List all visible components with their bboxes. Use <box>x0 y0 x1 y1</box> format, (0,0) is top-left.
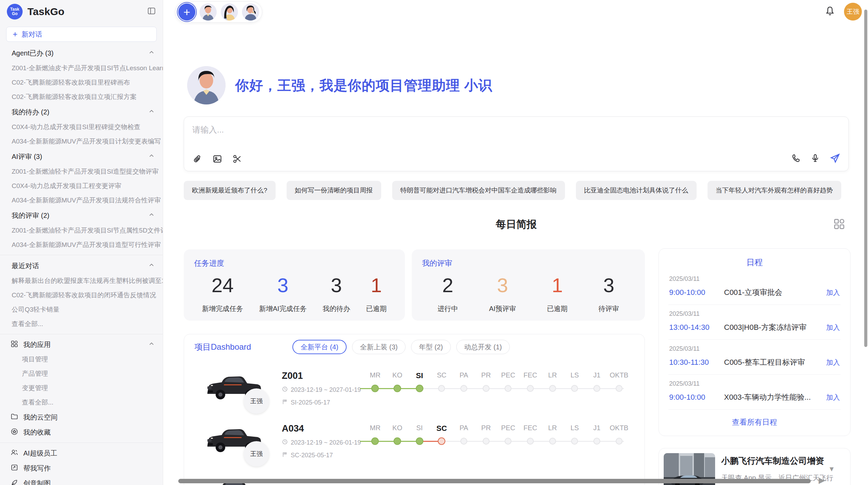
chevron-up-icon[interactable] <box>148 108 155 116</box>
suggestion-chip[interactable]: 如何写一份清晰的项目周报 <box>287 181 381 200</box>
suggestion-chip[interactable]: 特朗普可能对进口汽车增税会对中国车企造成哪些影响 <box>392 181 565 200</box>
plus-icon: + <box>13 29 17 39</box>
vertical-scrollbar[interactable] <box>864 10 867 347</box>
milestone-dot <box>371 385 379 392</box>
milestone-dot <box>527 385 534 392</box>
milestone-label-current: SI <box>416 371 423 381</box>
attachment-icon[interactable] <box>192 154 203 165</box>
bell-icon[interactable] <box>824 5 836 18</box>
chevron-up-icon[interactable] <box>148 153 155 161</box>
phone-icon[interactable] <box>791 153 801 165</box>
milestone-dot <box>394 437 401 445</box>
message-input[interactable] <box>192 123 840 137</box>
list-item[interactable]: 解释最新出台的欧盟报废车法规再生塑料比例被调至15%... <box>0 274 163 288</box>
avatar[interactable] <box>200 3 217 21</box>
join-link[interactable]: 加入 <box>826 358 840 367</box>
suggestion-chips: 欧洲新规最近颁布了什么? 如何写一份清晰的项目周报 特朗普可能对进口汽车增税会对… <box>184 181 851 200</box>
list-item[interactable]: C0X4-动力总成开发项目SI里程碑提交物检查 <box>0 120 163 134</box>
send-icon[interactable] <box>829 152 841 165</box>
list-item[interactable]: A034-全新新能源MUV产品开发项目法规符合性评审 <box>0 193 163 208</box>
scroll-down-icon[interactable]: ▼ <box>828 465 835 473</box>
layout-grid-icon[interactable] <box>832 217 846 232</box>
sidebar-item-my-apps[interactable]: 我的应用 <box>0 337 163 352</box>
view-all-link[interactable]: 查看全部... <box>0 317 163 331</box>
flag-icon <box>282 399 288 407</box>
view-all-schedule-link[interactable]: 查看所有日程 <box>659 410 850 436</box>
microphone-icon[interactable] <box>810 153 820 165</box>
schedule-time: 9:00-10:00 <box>669 393 724 402</box>
avatar[interactable] <box>242 3 259 21</box>
milestone-dot <box>616 438 623 445</box>
user-avatar[interactable]: 王强 <box>844 3 862 21</box>
pen-nib-icon <box>10 478 19 485</box>
chevron-up-icon[interactable] <box>148 262 155 270</box>
sidebar: Task Go TaskGo + 新对话 Agent已办 (3) Z001-全新… <box>0 0 163 485</box>
section-my-review[interactable]: 我的评审 (2) <box>0 208 163 223</box>
schedule-date: 2025/03/11 <box>669 275 840 283</box>
sidebar-item-ai-staff[interactable]: AI超级员工 <box>0 446 163 461</box>
list-item[interactable]: 公司Q3轻卡销量 <box>0 302 163 317</box>
list-item[interactable]: A034-全新新能源MUV产品开发项目计划变更表编写 <box>0 134 163 149</box>
project-row[interactable]: 王强 A034 2023-12-19 ~ 2026-01-19 <box>194 423 634 467</box>
section-ai-review[interactable]: AI评审 (3) <box>0 149 163 164</box>
section-recent-chats[interactable]: 最近对话 <box>0 258 163 274</box>
list-item[interactable]: C02-飞腾新能源轻客改款项目里程碑画布 <box>0 75 163 90</box>
stat-ai-prereview: 3 AI预评审 <box>489 273 516 313</box>
suggestion-chip[interactable]: 当下年轻人对汽车外观有怎样的喜好趋势 <box>708 181 841 200</box>
horizontal-scrollbar[interactable] <box>178 479 811 483</box>
star-badge-icon <box>10 427 19 437</box>
chevron-up-icon[interactable] <box>148 341 155 349</box>
sidebar-item-help-write[interactable]: 帮我写作 <box>0 461 163 476</box>
view-all-link[interactable]: 查看全部... <box>0 395 163 410</box>
milestone-label: FEC <box>523 424 537 434</box>
milestone-label: PEC <box>501 424 515 434</box>
tab-powertrain[interactable]: 动总开发 (1) <box>456 340 510 354</box>
tab-model-year[interactable]: 年型 (2) <box>411 340 451 354</box>
stat-value: 3 <box>489 273 516 297</box>
list-item[interactable]: C0X4-动力总成开发项目工程变更评审 <box>0 179 163 193</box>
sidebar-item-cloud-space[interactable]: 我的云空间 <box>0 410 163 425</box>
sidebar-item-change-mgmt[interactable]: 变更管理 <box>0 381 163 395</box>
project-row[interactable]: 王强 Z001 2023-12-19 ~ 2027-01-19 <box>194 370 634 414</box>
section-agent-done[interactable]: Agent已办 (3) <box>0 45 163 61</box>
stat-value: 24 <box>202 273 243 297</box>
sidebar-item-product-mgmt[interactable]: 产品管理 <box>0 366 163 381</box>
milestone-label: J1 <box>593 371 600 381</box>
project-name: Z001 <box>282 371 362 381</box>
sidebar-item-favorites[interactable]: 我的收藏 <box>0 425 163 440</box>
list-item[interactable]: Z001-全新燃油轻卡产品开发项目SI造型提交物评审 <box>0 164 163 179</box>
section-title: 最近对话 <box>12 261 148 271</box>
list-item[interactable]: C02-飞腾新能源轻客改款项目立项汇报方案 <box>0 90 163 104</box>
scissors-icon[interactable] <box>232 154 242 165</box>
schedule-date: 2025/03/11 <box>669 345 840 352</box>
schedule-date: 2025/03/11 <box>669 310 840 318</box>
new-chat-button[interactable]: + 新对话 <box>6 27 157 42</box>
scroll-right-icon[interactable]: ▶ <box>819 475 825 485</box>
milestone-timeline: MR KO SI SC PA PR PEC FEC LR LS J1 OKTB <box>364 423 630 460</box>
list-item[interactable]: Z001-全新燃油轻卡产品开发项目SI节点属性5D文件评审 <box>0 223 163 238</box>
list-item[interactable]: Z001-全新燃油皮卡产品开发项目SI节点Lesson Learn报告 <box>0 61 163 75</box>
list-item[interactable]: A034-全新新能源MUV产品开发项目造型可行性评审 <box>0 238 163 252</box>
greeting-text: 你好，王强，我是你的项目管理助理 小识 <box>235 76 492 95</box>
join-link[interactable]: 加入 <box>826 323 840 332</box>
chevron-up-icon[interactable] <box>148 49 155 57</box>
join-link[interactable]: 加入 <box>826 288 840 297</box>
list-item[interactable]: C02-飞腾新能源轻客改款项目的闭环通告反馈情况 <box>0 288 163 302</box>
task-progress-card: 任务进度 24 新增完成任务 3 新增AI完成任务 3 我的待办 <box>184 249 405 321</box>
tab-new-platform[interactable]: 全新平台 (4) <box>292 340 347 354</box>
suggestion-chip[interactable]: 比亚迪全固态电池计划具体说了什么 <box>576 181 697 200</box>
section-my-todo[interactable]: 我的待办 (2) <box>0 104 163 120</box>
milestone-dot <box>571 438 578 445</box>
milestone-label: LS <box>570 371 579 381</box>
new-session-button[interactable]: + <box>178 3 195 21</box>
sidebar-item-creative-draw[interactable]: 创意制图 <box>0 476 163 485</box>
sidebar-collapse-icon[interactable] <box>147 7 156 17</box>
join-link[interactable]: 加入 <box>826 393 840 402</box>
chevron-up-icon[interactable] <box>148 212 155 220</box>
suggestion-chip[interactable]: 欧洲新规最近颁布了什么? <box>184 181 276 200</box>
avatar[interactable] <box>221 3 238 21</box>
milestone-dot <box>593 438 600 445</box>
tab-new-body[interactable]: 全新上装 (3) <box>352 340 406 354</box>
image-icon[interactable] <box>212 154 222 165</box>
sidebar-item-project-mgmt[interactable]: 项目管理 <box>0 352 163 366</box>
